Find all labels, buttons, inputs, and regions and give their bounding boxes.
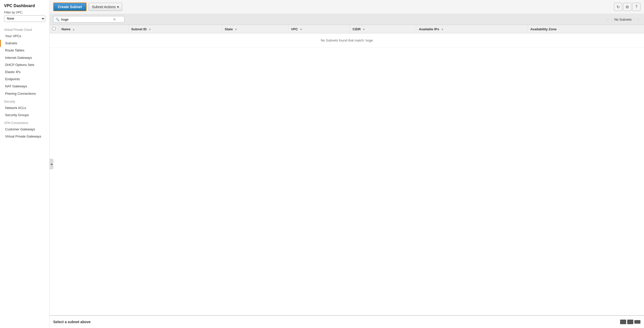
- sort-icon-vpc: ▼: [300, 28, 302, 31]
- create-subnet-button[interactable]: Create Subnet: [53, 3, 87, 11]
- subnet-actions-button[interactable]: Subnet Actions ▾: [89, 3, 122, 11]
- bottom-panel: Select a subnet above: [50, 315, 644, 328]
- sort-icon-ips: ▼: [441, 28, 444, 31]
- select-all-header[interactable]: [50, 25, 59, 33]
- col-vpc[interactable]: VPC ▼: [288, 25, 350, 33]
- col-subnet-id[interactable]: Subnet ID ▼: [129, 25, 222, 33]
- header-row: Name ▲ Subnet ID ▼ State ▼ VPC ▼ CIDR ▼ …: [50, 25, 644, 33]
- panel-view-icons: [620, 320, 640, 324]
- sidebar-item-internet-gateways[interactable]: Internet Gateways: [0, 54, 49, 61]
- panel-view-split-button[interactable]: [627, 320, 633, 324]
- toolbar-right: ↻ ⚙ ?: [614, 3, 640, 11]
- sidebar-item-elastic-ips[interactable]: Elastic IPs: [0, 69, 49, 76]
- table-body: No Subnets found that match: hoge: [50, 33, 644, 48]
- sort-icon-subnet-id: ▼: [149, 28, 151, 31]
- col-cidr[interactable]: CIDR ▼: [350, 25, 416, 33]
- sidebar-item-endpoints[interactable]: Endpoints: [0, 76, 49, 83]
- first-page-button[interactable]: «: [606, 17, 609, 22]
- table-wrap: Name ▲ Subnet ID ▼ State ▼ VPC ▼ CIDR ▼ …: [50, 25, 644, 315]
- chevron-down-icon: ▾: [117, 5, 119, 9]
- settings-icon: ⚙: [625, 5, 629, 9]
- clear-search-button[interactable]: ✕: [113, 17, 116, 21]
- search-icon: 🔍: [55, 18, 60, 21]
- sidebar-item-dhcp-options[interactable]: DHCP Options Sets: [0, 61, 49, 69]
- select-all-checkbox[interactable]: [52, 27, 55, 30]
- pagination: « ‹ No Subnets › »: [606, 17, 640, 22]
- filter-vpc-select[interactable]: None: [4, 15, 45, 22]
- help-icon: ?: [635, 5, 638, 9]
- no-results-row: No Subnets found that match: hoge: [50, 33, 644, 48]
- panel-view-full-button[interactable]: [620, 320, 626, 324]
- last-page-button[interactable]: »: [637, 17, 640, 22]
- sort-icon-state: ▼: [235, 28, 237, 31]
- refresh-button[interactable]: ↻: [614, 3, 622, 11]
- toolbar: Create Subnet Subnet Actions ▾ ↻ ⚙ ?: [50, 0, 644, 14]
- col-availability-zone[interactable]: Availability Zone: [528, 25, 644, 33]
- subnets-table: Name ▲ Subnet ID ▼ State ▼ VPC ▼ CIDR ▼ …: [50, 25, 644, 48]
- sidebar-section-header-security: Security: [0, 97, 49, 104]
- settings-button[interactable]: ⚙: [623, 3, 631, 11]
- panel-view-small-button[interactable]: [634, 320, 640, 324]
- filter-label: Filter by VPC:: [0, 11, 49, 15]
- search-input[interactable]: [61, 18, 112, 21]
- prev-page-button[interactable]: ‹: [610, 17, 613, 22]
- sidebar: VPC Dashboard Filter by VPC: None Virtua…: [0, 0, 50, 328]
- sidebar-item-nat-gateways[interactable]: NAT Gateways: [0, 83, 49, 90]
- pagination-label: No Subnets: [614, 18, 632, 21]
- sidebar-section-header-vpn-connections: VPN Connections: [0, 119, 49, 126]
- next-page-button[interactable]: ›: [633, 17, 636, 22]
- sidebar-collapse-handle[interactable]: ◀: [50, 159, 53, 169]
- search-input-wrap: 🔍 ✕: [53, 16, 124, 23]
- col-available-ips[interactable]: Available IPs ▼: [416, 25, 528, 33]
- sort-icon-name: ▲: [73, 28, 75, 31]
- no-results-message: No Subnets found that match: hoge: [50, 33, 644, 48]
- sidebar-item-subnets[interactable]: Subnets: [0, 40, 49, 47]
- sidebar-item-network-acls[interactable]: Network ACLs: [0, 104, 49, 112]
- table-header: Name ▲ Subnet ID ▼ State ▼ VPC ▼ CIDR ▼ …: [50, 25, 644, 33]
- col-name[interactable]: Name ▲: [59, 25, 129, 33]
- sidebar-title: VPC Dashboard: [0, 4, 49, 11]
- sidebar-item-peering-connections[interactable]: Peering Connections: [0, 90, 49, 97]
- sort-icon-cidr: ▼: [362, 28, 365, 31]
- sidebar-section-header-virtual-private-cloud: Virtual Private Cloud: [0, 25, 49, 33]
- refresh-icon: ↻: [617, 5, 620, 9]
- help-button[interactable]: ?: [632, 3, 640, 11]
- sidebar-item-route-tables[interactable]: Route Tables: [0, 47, 49, 54]
- sidebar-item-customer-gateways[interactable]: Customer Gateways: [0, 126, 49, 133]
- sidebar-item-your-vpcs[interactable]: Your VPCs: [0, 33, 49, 40]
- sidebar-item-virtual-private-gateways[interactable]: Virtual Private Gateways: [0, 133, 49, 140]
- bottom-panel-title: Select a subnet above: [53, 320, 91, 324]
- sidebar-item-security-groups[interactable]: Security Groups: [0, 112, 49, 119]
- main-content: Create Subnet Subnet Actions ▾ ↻ ⚙ ? 🔍 ✕…: [50, 0, 644, 328]
- col-state[interactable]: State ▼: [222, 25, 288, 33]
- search-bar: 🔍 ✕ « ‹ No Subnets › »: [50, 14, 644, 25]
- sidebar-nav: Virtual Private CloudYour VPCsSubnetsRou…: [0, 25, 49, 140]
- subnet-actions-label: Subnet Actions: [92, 5, 116, 9]
